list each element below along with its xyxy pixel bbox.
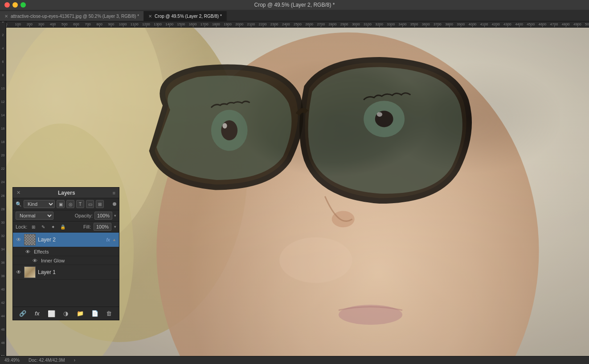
doc-info: Doc: 42.4M/42.9M [29,358,65,363]
layer-row-layer2[interactable]: 👁 Layer 2 fx ▲ [13,233,119,247]
effects-visibility-icon[interactable]: 👁 [25,249,32,254]
new-layer-button[interactable]: 📄 [90,309,100,319]
layer2-thumbnail [24,234,36,245]
maximize-button[interactable] [20,2,26,8]
group-icon: 📁 [77,310,84,317]
opacity-input[interactable] [94,212,112,220]
layer-row-layer1[interactable]: 👁 Layer 1 [13,265,119,280]
link-icon: 🔗 [19,310,26,317]
filter-active-dot [113,202,116,206]
lock-artboard-btn[interactable]: ✦ [49,223,57,230]
panel-collapse-icon[interactable]: ≡ [113,190,115,196]
delete-icon: 🗑 [106,310,112,317]
lock-row: Lock: ⊞ ✎ ✦ 🔒 Fill: ▾ [13,221,119,233]
layer2-fx-badge[interactable]: fx [106,237,110,242]
create-fill-layer-button[interactable]: ◑ [61,309,71,319]
adjustment-icon: ◑ [63,310,68,317]
panel-header-icons: ≡ [113,190,115,196]
layer2-name: Layer 2 [38,237,104,243]
svg-point-13 [279,237,352,283]
svg-point-7 [222,123,227,128]
filter-type-btn[interactable]: T [76,200,84,208]
delete-layer-button[interactable]: 🗑 [104,309,114,319]
tab-close-icon-2[interactable]: ✕ [148,14,152,19]
inner-glow-label: Inner Glow [41,258,65,263]
create-group-button[interactable]: 📁 [75,309,85,319]
svg-point-6 [221,120,237,140]
inner-glow-item: 👁 Inner Glow [13,256,119,265]
doc-info-arrow[interactable]: › [74,358,75,363]
panel-title: Layers [58,190,75,196]
filter-pixel-btn[interactable]: ▣ [57,200,65,208]
titlebar: Crop @ 49.5% (Layer 2, RGB/8) * [0,0,589,10]
effects-label: Effects [34,249,49,254]
statusbar: 49.49% Doc: 42.4M/42.9M › [0,356,589,364]
panel-header: ✕ Layers ≡ [13,188,119,198]
tab-file-2[interactable]: ✕ Crop @ 49.5% (Layer 2, RGB/8) * [144,11,227,21]
lock-label: Lock: [16,224,27,229]
filter-type-select[interactable]: Kind [24,200,55,208]
tab-label-1: attractive-close-up-eyes-413671.jpg @ 50… [11,14,139,19]
filter-smart-btn[interactable]: ⊞ [96,200,104,208]
layers-empty-area [13,280,119,307]
layer1-name: Layer 1 [38,269,116,275]
fill-label: Fill: [83,224,91,229]
panel-close-icon[interactable]: ✕ [16,190,20,196]
add-layer-style-button[interactable]: fx [32,309,42,319]
zoom-level: 49.49% [4,358,20,363]
fill-input[interactable] [94,223,111,231]
tabbar: ✕ attractive-close-up-eyes-413671.jpg @ … [0,10,589,21]
close-button[interactable] [4,2,10,8]
tab-file-1[interactable]: ✕ attractive-close-up-eyes-413671.jpg @ … [0,11,144,21]
window-title: Crop @ 49.5% (Layer 2, RGB/8) * [254,2,335,8]
opacity-label: Opacity: [75,213,93,218]
tab-label-2: Crop @ 49.5% (Layer 2, RGB/8) * [155,14,222,19]
search-icon: 🔍 [16,201,22,207]
lock-all-btn[interactable]: 🔒 [59,223,66,230]
layers-panel: ✕ Layers ≡ 🔍 Kind ▣ ◎ T ▭ ⊞ Normal Opaci… [12,187,119,320]
mask-icon: ⬜ [48,310,55,317]
layer2-visibility-icon[interactable]: 👁 [16,237,22,243]
traffic-lights [4,2,26,8]
blend-mode-select[interactable]: Normal [16,212,53,220]
inner-glow-visibility-icon[interactable]: 👁 [33,258,39,263]
layer1-thumbnail [24,266,36,278]
layer1-visibility-icon[interactable]: 👁 [16,269,22,275]
effects-item: 👁 Effects [13,247,119,256]
ruler-horizontal: 0100200300400500600700800900100011001200… [6,21,589,28]
fx-icon: fx [35,311,40,317]
tab-close-icon-1[interactable]: ✕ [4,14,8,19]
layer-toolbar: 🔗 fx ⬜ ◑ 📁 📄 🗑 [13,307,119,320]
opacity-arrow-icon[interactable]: ▾ [114,213,116,218]
minimize-button[interactable] [12,2,18,8]
fill-arrow-icon[interactable]: ▾ [114,225,116,229]
filter-adjust-btn[interactable]: ◎ [66,200,74,208]
layer2-expand-icon[interactable]: ▲ [112,237,116,242]
lock-pixels-btn[interactable]: ⊞ [30,223,37,230]
new-layer-icon: 📄 [91,310,98,317]
link-layers-button[interactable]: 🔗 [18,309,28,319]
add-mask-button[interactable]: ⬜ [47,309,57,319]
lock-position-btn[interactable]: ✎ [40,223,47,230]
ruler-vertical: 0246810121416182022242628303234363840424… [0,21,6,356]
svg-point-10 [377,112,382,117]
filter-shape-btn[interactable]: ▭ [86,200,94,208]
filter-bar: 🔍 Kind ▣ ◎ T ▭ ⊞ [13,198,119,210]
blend-mode-row: Normal Opacity: ▾ [13,210,119,221]
svg-point-12 [339,305,402,325]
